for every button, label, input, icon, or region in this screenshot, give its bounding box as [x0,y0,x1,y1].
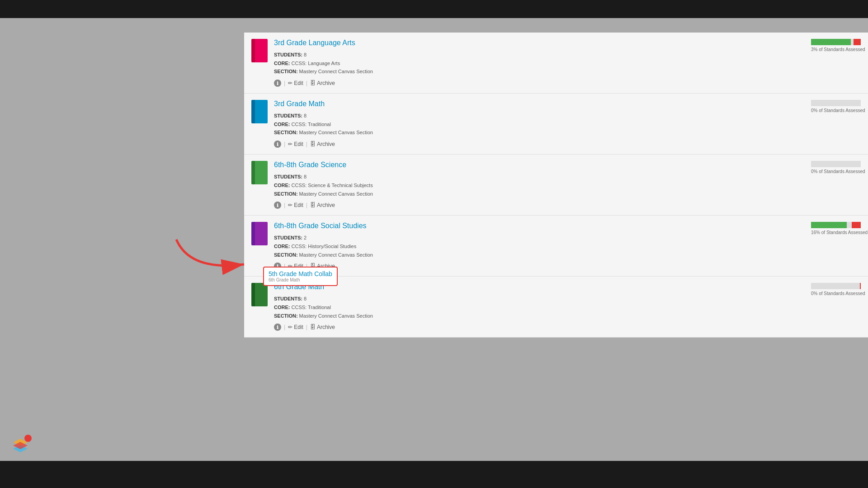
separator: | [306,202,307,208]
edit-label: Edit [294,80,303,86]
edit-button[interactable]: ✏ Edit [288,80,303,86]
book-spine [251,100,255,123]
separator: | [284,80,285,86]
info-icon[interactable]: ℹ [274,141,281,148]
standards-bar [811,222,861,228]
separator: | [306,324,307,330]
bar-green [811,39,851,45]
standards-bar [811,283,861,289]
pencil-icon: ✏ [288,141,292,147]
standards-bar [811,161,861,167]
book-cover [255,222,268,245]
pencil-icon: ✏ [288,263,292,269]
separator: | [284,202,285,208]
archive-label: Archive [317,141,335,147]
course-info: 3rd Grade Math Students: 8 Core: CCSS: T… [274,100,861,148]
archive-icon: 🗄 [310,324,316,330]
archive-label: Archive [317,263,335,269]
bar-red [854,39,861,45]
course-info: 6th Grade Math Students: 8 Core: CCSS: T… [274,283,861,331]
content-area: 3rd Grade Language Arts Students: 8 Core… [244,18,868,461]
edit-label: Edit [294,141,303,147]
app-icon[interactable] [9,435,32,457]
separator: | [284,263,285,269]
bar-red [852,222,861,228]
course-list: 3rd Grade Language Arts Students: 8 Core… [244,33,868,338]
standards-container: 0% of Standards Assessed [811,161,861,174]
archive-icon: 🗄 [310,263,316,269]
pencil-icon: ✏ [288,80,292,86]
separator: | [284,141,285,147]
course-book [251,39,268,62]
standards-label: 0% of Standards Assessed [811,169,861,174]
course-meta: Students: 8 Core: CCSS: Language Arts Se… [274,51,861,76]
course-actions: ℹ | ✏ Edit | 🗄 Archive [274,141,861,148]
edit-button[interactable]: ✏ Edit [288,141,303,147]
separator: | [306,263,307,269]
course-meta: Students: 8 Core: CCSS: Traditional Sect… [274,295,861,320]
separator: | [284,324,285,330]
archive-label: Archive [317,324,335,330]
course-item: 6th-8th Grade Science Students: 8 Core: … [244,155,868,216]
separator: | [306,80,307,86]
pencil-icon: ✏ [288,202,292,208]
archive-button[interactable]: 🗄 Archive [310,202,335,208]
archive-button[interactable]: 🗄 Archive [310,80,335,86]
book-spine [251,222,255,245]
info-icon[interactable]: ℹ [274,263,281,270]
edit-button[interactable]: ✏ Edit [288,324,303,330]
archive-icon: 🗄 [310,141,316,147]
separator: | [306,141,307,147]
bar-red [860,283,861,289]
edit-button[interactable]: ✏ Edit [288,263,303,269]
book-spine [251,39,255,62]
bar-green [811,222,847,228]
course-item: 6th-8th Grade Social Studies Students: 2… [244,216,868,277]
standards-label: 0% of Standards Assessed [811,108,861,113]
archive-button[interactable]: 🗄 Archive [310,263,335,269]
book-spine [251,283,255,306]
archive-label: Archive [317,202,335,208]
pencil-icon: ✏ [288,324,292,330]
edit-button[interactable]: ✏ Edit [288,202,303,208]
edit-label: Edit [294,324,303,330]
edit-label: Edit [294,202,303,208]
course-title[interactable]: 6th-8th Grade Science [274,161,861,169]
book-cover [255,283,268,306]
archive-label: Archive [317,80,335,86]
info-icon[interactable]: ℹ [274,202,281,209]
course-actions: ℹ | ✏ Edit | 🗄 Archive [274,263,861,270]
course-title[interactable]: 6th Grade Math [274,283,861,291]
course-info: 6th-8th Grade Social Studies Students: 2… [274,222,861,270]
book-spine [251,161,255,184]
top-bar [0,0,868,18]
archive-button[interactable]: 🗄 Archive [310,141,335,147]
standards-container: 0% of Standards Assessed [811,100,861,113]
course-actions: ℹ | ✏ Edit | 🗄 Archive [274,324,861,331]
standards-label: 3% of Standards Assessed [811,47,861,52]
standards-container: 3% of Standards Assessed [811,39,861,52]
course-title[interactable]: 6th-8th Grade Social Studies [274,222,861,230]
edit-label: Edit [294,263,303,269]
main-content: 3rd Grade Language Arts Students: 8 Core… [0,18,868,461]
course-item: 3rd Grade Language Arts Students: 8 Core… [244,33,868,94]
standards-container: 0% of Standards Assessed [811,283,861,296]
course-actions: ℹ | ✏ Edit | 🗄 Archive [274,80,861,87]
app-badge [24,435,32,442]
course-item: 3rd Grade Math Students: 8 Core: CCSS: T… [244,94,868,155]
course-book [251,100,268,123]
course-book [251,161,268,184]
course-book [251,283,268,306]
archive-button[interactable]: 🗄 Archive [310,324,335,330]
course-title[interactable]: 3rd Grade Math [274,100,861,108]
info-icon[interactable]: ℹ [274,80,281,87]
info-icon[interactable]: ℹ [274,324,281,331]
course-title[interactable]: 3rd Grade Language Arts [274,39,861,47]
course-info: 6th-8th Grade Science Students: 8 Core: … [274,161,861,209]
standards-bar [811,39,861,45]
course-meta: Students: 8 Core: CCSS: Traditional Sect… [274,112,861,137]
standards-bar [811,100,861,106]
standards-container: 16% of Standards Assessed [811,222,861,235]
course-book [251,222,268,245]
course-actions: ℹ | ✏ Edit | 🗄 Archive [274,202,861,209]
